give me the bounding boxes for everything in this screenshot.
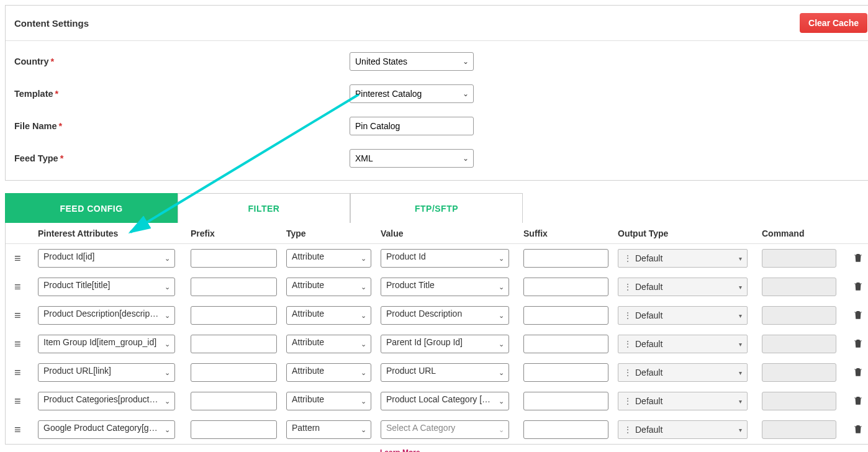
attribute-select[interactable]: Product URL[link]⌄ [38, 363, 175, 382]
clear-cache-button[interactable]: Clear Cache [800, 13, 867, 33]
output-type-select[interactable]: ⋮Default▾ [618, 249, 748, 268]
table-row: ≡ Product URL[link]⌄ Attribute⌄ Product … [6, 358, 868, 387]
chevron-down-icon: ▾ [739, 398, 742, 405]
attribute-select[interactable]: Item Group Id[item_group_id]⌄ [38, 335, 175, 353]
suffix-input[interactable] [523, 249, 608, 268]
drag-handle-icon[interactable]: ≡ [14, 252, 21, 264]
attribute-select[interactable]: Product Categories[product_type]⌄ [38, 392, 175, 410]
value-select[interactable]: Product Description⌄ [381, 306, 509, 325]
tab-feed-config[interactable]: FEED CONFIG [5, 193, 178, 223]
suffix-input[interactable] [523, 392, 608, 410]
value-select[interactable]: Product Title⌄ [381, 278, 509, 296]
drag-handle-icon[interactable]: ≡ [14, 423, 21, 436]
type-select[interactable]: Attribute⌄ [286, 249, 371, 268]
country-select[interactable]: ⌄ [350, 52, 474, 71]
type-select[interactable]: Attribute⌄ [286, 392, 371, 410]
table-row: ≡ Item Group Id[item_group_id]⌄ Attribut… [6, 330, 868, 358]
prefix-input[interactable] [191, 249, 277, 268]
filename-label: File Name* [14, 121, 350, 131]
output-type-select[interactable]: ⋮Default▾ [618, 420, 748, 439]
command-input[interactable] [762, 306, 836, 325]
suffix-input[interactable] [523, 335, 608, 353]
command-input[interactable] [762, 335, 836, 353]
attribute-select[interactable]: Product Description[description]⌄ [38, 306, 175, 325]
type-select[interactable]: Attribute⌄ [286, 278, 371, 296]
trash-icon [852, 309, 864, 320]
type-select[interactable]: Attribute⌄ [286, 335, 371, 353]
command-input[interactable] [762, 420, 836, 439]
value-select[interactable]: Product URL⌄ [381, 363, 509, 382]
chevron-down-icon: ▾ [739, 284, 742, 291]
suffix-input[interactable] [523, 306, 608, 325]
delete-row-button[interactable] [852, 427, 864, 436]
learn-more-link[interactable]: Learn More.. [5, 448, 868, 452]
attribute-select[interactable]: Google Product Category[google_product_c… [38, 420, 175, 439]
type-select[interactable]: Pattern⌄ [286, 420, 371, 439]
header-value: Value [381, 228, 523, 238]
command-input[interactable] [762, 278, 836, 296]
suffix-input[interactable] [523, 278, 608, 296]
delete-row-button[interactable] [852, 398, 864, 408]
template-select[interactable]: ⌄ [350, 84, 474, 103]
suffix-input[interactable] [523, 420, 608, 439]
drag-handle-icon[interactable]: ≡ [14, 395, 21, 407]
attributes-table: Pinterest Attributes Prefix Type Value S… [5, 223, 868, 445]
prefix-input[interactable] [191, 392, 277, 410]
drag-handle-icon[interactable]: ≡ [14, 338, 21, 350]
command-input[interactable] [762, 392, 836, 410]
table-row: ≡ Product Description[description]⌄ Attr… [6, 301, 868, 330]
header-prefix: Prefix [191, 228, 286, 238]
delete-row-button[interactable] [852, 369, 864, 379]
header-suffix: Suffix [523, 228, 618, 238]
drag-handle-icon[interactable]: ≡ [14, 309, 21, 322]
delete-row-button[interactable] [852, 255, 864, 265]
template-label: Template* [14, 89, 350, 99]
delete-row-button[interactable] [852, 284, 864, 294]
prefix-input[interactable] [191, 335, 277, 353]
chevron-down-icon: ▾ [739, 369, 742, 376]
panel-title: Content Settings [14, 18, 89, 29]
output-type-select[interactable]: ⋮Default▾ [618, 392, 748, 410]
tab-filter[interactable]: FILTER [178, 193, 350, 223]
command-input[interactable] [762, 249, 836, 268]
drag-handle-icon[interactable]: ≡ [14, 366, 21, 379]
country-label: Country* [14, 56, 350, 66]
table-row: ≡ Product Id[id]⌄ Attribute⌄ Product Id⌄… [6, 244, 868, 273]
prefix-input[interactable] [191, 420, 277, 439]
prefix-input[interactable] [191, 306, 277, 325]
value-select[interactable]: Product Local Category [Category]⌄ [381, 392, 509, 410]
trash-icon [852, 395, 864, 406]
feedtype-select[interactable]: ⌄ [350, 149, 474, 168]
chevron-down-icon: ▾ [739, 427, 742, 433]
header-attributes: Pinterest Attributes [38, 228, 191, 238]
type-select[interactable]: Attribute⌄ [286, 363, 371, 382]
suffix-input[interactable] [523, 363, 608, 382]
command-input[interactable] [762, 363, 836, 382]
delete-row-button[interactable] [852, 341, 864, 351]
value-select[interactable]: Select A Category⌄ [381, 420, 509, 439]
value-select[interactable]: Parent Id [Group Id]⌄ [381, 335, 509, 353]
value-select[interactable]: Product Id⌄ [381, 249, 509, 268]
table-row: ≡ Product Categories[product_type]⌄ Attr… [6, 387, 868, 415]
output-type-select[interactable]: ⋮Default▾ [618, 335, 748, 353]
filename-input[interactable] [350, 117, 474, 135]
delete-row-button[interactable] [852, 312, 864, 322]
tabs: FEED CONFIG FILTER FTP/SFTP [5, 193, 868, 223]
trash-icon [852, 281, 864, 292]
prefix-input[interactable] [191, 278, 277, 296]
table-row: ≡ Google Product Category[google_product… [6, 415, 868, 444]
chevron-down-icon: ▾ [739, 312, 742, 319]
tab-ftp[interactable]: FTP/SFTP [350, 193, 523, 223]
chevron-down-icon: ▾ [739, 255, 742, 262]
output-type-select[interactable]: ⋮Default▾ [618, 278, 748, 296]
attribute-select[interactable]: Product Id[id]⌄ [38, 249, 175, 268]
attribute-select[interactable]: Product Title[title]⌄ [38, 278, 175, 296]
drag-handle-icon[interactable]: ≡ [14, 281, 21, 293]
output-type-select[interactable]: ⋮Default▾ [618, 363, 748, 382]
prefix-input[interactable] [191, 363, 277, 382]
trash-icon [852, 338, 864, 349]
type-select[interactable]: Attribute⌄ [286, 306, 371, 325]
header-output: Output Type [618, 228, 762, 238]
output-type-select[interactable]: ⋮Default▾ [618, 306, 748, 325]
header-command: Command [762, 228, 849, 238]
